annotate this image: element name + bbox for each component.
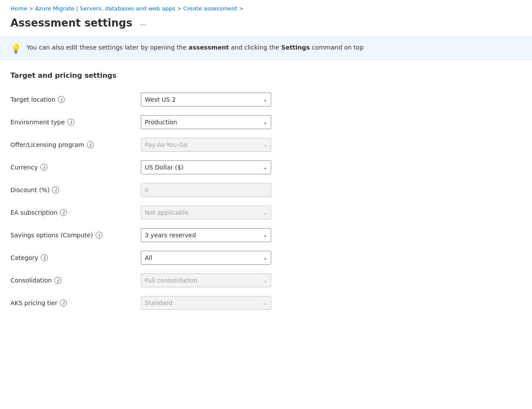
- chevron-down-icon: ⌄: [263, 164, 267, 170]
- page-header: Assessment settings ...: [0, 15, 532, 36]
- breadcrumb-sep-3: >: [239, 6, 243, 12]
- info-icon-savings-options: i: [96, 232, 103, 239]
- info-banner-text: You can also edit these settings later b…: [27, 43, 364, 52]
- label-target-location: Target location i: [10, 88, 141, 111]
- chevron-down-icon: ⌄: [263, 255, 267, 261]
- dropdown-target-location[interactable]: West US 2 ⌄: [141, 93, 271, 106]
- info-icon-currency: i: [40, 164, 47, 171]
- control-aks-pricing-tier: Standard ⌄: [141, 292, 276, 314]
- chevron-down-icon: ⌄: [263, 277, 267, 283]
- chevron-down-icon: ⌄: [263, 96, 267, 103]
- breadcrumb-azure-migrate[interactable]: Azure Migrate | Servers, databases and w…: [35, 5, 175, 12]
- info-icon-aks-pricing-tier: i: [60, 299, 67, 306]
- label-ea-subscription: EA subscription i: [10, 201, 141, 224]
- dropdown-environment-type[interactable]: Production ⌄: [141, 115, 271, 129]
- bulb-icon: 💡: [10, 43, 21, 54]
- breadcrumb-sep-2: >: [177, 6, 181, 12]
- control-ea-subscription: Not applicable ⌄: [141, 201, 276, 224]
- control-discount: [141, 179, 276, 201]
- dropdown-offer-licensing: Pay-As-You-Go ⌄: [141, 138, 271, 152]
- label-discount: Discount (%) i: [10, 179, 141, 201]
- info-icon-environment-type: i: [67, 119, 74, 126]
- chevron-down-icon: ⌄: [263, 119, 267, 125]
- dropdown-category[interactable]: All ⌄: [141, 251, 271, 265]
- chevron-down-icon: ⌄: [263, 232, 267, 238]
- main-content: Target and pricing settings Target locat…: [0, 71, 532, 332]
- control-environment-type: Production ⌄: [141, 111, 276, 133]
- discount-input[interactable]: [141, 183, 271, 197]
- dropdown-savings-options[interactable]: 3 years reserved ⌄: [141, 228, 271, 242]
- dropdown-ea-subscription: Not applicable ⌄: [141, 206, 271, 219]
- page-title: Assessment settings: [10, 17, 132, 29]
- label-aks-pricing-tier: AKS pricing tier i: [10, 292, 141, 314]
- control-savings-options: 3 years reserved ⌄: [141, 224, 276, 246]
- control-target-location: West US 2 ⌄: [141, 88, 276, 111]
- label-environment-type: Environment type i: [10, 111, 141, 133]
- info-icon-discount: i: [52, 186, 59, 193]
- info-icon-ea-subscription: i: [60, 209, 67, 216]
- control-consolidation: Full consolidation ⌄: [141, 269, 276, 292]
- info-icon-offer-licensing: i: [87, 141, 94, 148]
- breadcrumb: Home > Azure Migrate | Servers, database…: [0, 0, 532, 15]
- label-offer-licensing: Offer/Licensing program i: [10, 133, 141, 156]
- label-category: Category i: [10, 246, 141, 269]
- breadcrumb-create-assessment[interactable]: Create assessment: [183, 5, 237, 12]
- info-banner: 💡 You can also edit these settings later…: [0, 36, 532, 61]
- info-icon-target-location: i: [58, 96, 65, 103]
- label-savings-options: Savings options (Compute) i: [10, 224, 141, 246]
- breadcrumb-home[interactable]: Home: [10, 5, 27, 12]
- label-consolidation: Consolidation i: [10, 269, 141, 292]
- dropdown-aks-pricing-tier: Standard ⌄: [141, 296, 271, 310]
- breadcrumb-sep-1: >: [29, 6, 33, 12]
- control-offer-licensing: Pay-As-You-Go ⌄: [141, 133, 276, 156]
- control-currency: US Dollar ($) ⌄: [141, 156, 276, 179]
- chevron-down-icon: ⌄: [263, 142, 267, 148]
- dropdown-consolidation: Full consolidation ⌄: [141, 273, 271, 287]
- info-icon-consolidation: i: [54, 277, 61, 284]
- label-currency: Currency i: [10, 156, 141, 179]
- ellipsis-button[interactable]: ...: [137, 18, 148, 28]
- form-grid: Target location i West US 2 ⌄ Environmen…: [10, 88, 522, 314]
- chevron-down-icon: ⌄: [263, 300, 267, 306]
- chevron-down-icon: ⌄: [263, 209, 267, 216]
- section-title: Target and pricing settings: [10, 71, 522, 80]
- info-icon-category: i: [41, 254, 48, 261]
- control-category: All ⌄: [141, 246, 276, 269]
- dropdown-currency[interactable]: US Dollar ($) ⌄: [141, 160, 271, 174]
